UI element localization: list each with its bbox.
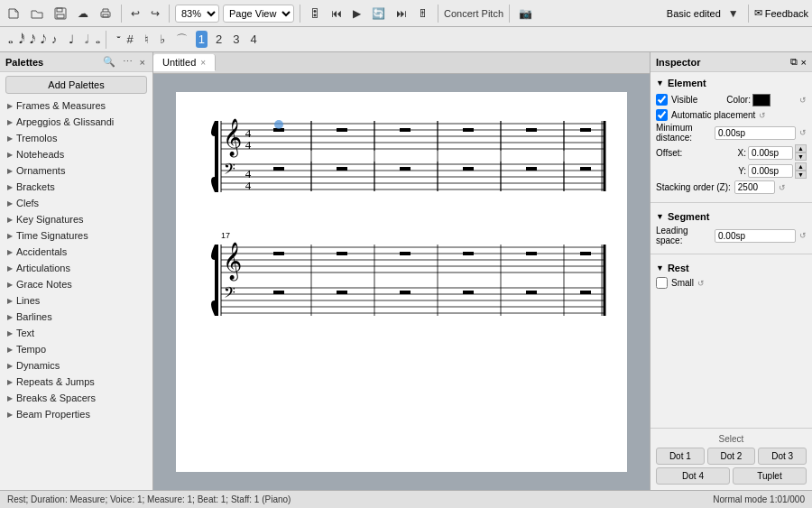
small-reset[interactable]: ↺ (697, 279, 705, 288)
mixer-button[interactable]: 🎛 (306, 5, 324, 22)
rewind-button[interactable]: ⏮ (328, 5, 346, 22)
stacking-input[interactable] (734, 180, 775, 194)
tuplet-button[interactable]: Tuplet (733, 467, 807, 485)
mixer2-button[interactable]: 🎚 (414, 5, 432, 22)
zoom-select[interactable]: 83% (175, 5, 219, 23)
dot4-button[interactable]: Dot 4 (656, 467, 730, 485)
offset-x-input[interactable] (748, 146, 793, 160)
voice1-button[interactable]: 1 (196, 31, 208, 48)
palette-item-dynamics[interactable]: ▶Dynamics (0, 357, 152, 374)
step-play-button[interactable]: ⏭ (392, 5, 411, 22)
note-32nd-button[interactable]: 𝅘𝅥𝅯 (27, 31, 32, 49)
note-8th-button[interactable]: ♪ (49, 31, 60, 48)
score-area[interactable]: 𝄞 𝄢 4 4 4 4 (153, 74, 650, 490)
play-button[interactable]: ▶ (349, 5, 364, 22)
inspector-detach-button[interactable]: ⧉ (790, 56, 798, 68)
offset-y-up[interactable]: ▲ (795, 162, 807, 171)
svg-rect-46 (273, 167, 284, 171)
palette-item-breaks-&-spacers[interactable]: ▶Breaks & Spacers (0, 390, 152, 406)
voice2-button[interactable]: 2 (213, 31, 225, 48)
rest-button[interactable]: 𝄻 (114, 31, 119, 49)
natural-button[interactable]: ♮ (142, 31, 152, 48)
segment-section-header[interactable]: ▼ Segment (656, 209, 807, 224)
palette-item-beam-properties[interactable]: ▶Beam Properties (0, 406, 152, 422)
note-half-button[interactable]: 𝅗𝅥 (82, 31, 88, 49)
min-distance-reset[interactable]: ↺ (799, 128, 807, 137)
offset-x-down[interactable]: ▼ (795, 152, 807, 161)
note-quarter-button[interactable]: ♩ (66, 31, 77, 48)
palette-item-barlines[interactable]: ▶Barlines (0, 309, 152, 325)
palette-item-tempo[interactable]: ▶Tempo (0, 341, 152, 357)
rest-arrow: ▼ (656, 263, 664, 272)
palette-item-lines[interactable]: ▶Lines (0, 292, 152, 309)
note-input-button[interactable]: 𝅝 (5, 30, 11, 49)
voice3-button[interactable]: 3 (230, 31, 242, 48)
tie-button[interactable]: ⌒ (173, 30, 190, 50)
sharp-button[interactable]: # (125, 31, 136, 48)
new-button[interactable] (4, 5, 23, 22)
inspector-controls: ⧉ × (790, 56, 807, 68)
dot1-button[interactable]: Dot 1 (656, 448, 705, 465)
feedback-button[interactable]: ✉ Feedback (754, 7, 808, 19)
stacking-reset[interactable]: ↺ (779, 183, 786, 192)
rest-section-header[interactable]: ▼ Rest (656, 261, 807, 275)
palette-arrow: ▶ (7, 216, 13, 224)
settings-expand-button[interactable]: ▼ (724, 5, 743, 22)
min-distance-input[interactable] (715, 126, 796, 140)
palette-item-clefs[interactable]: ▶Clefs (0, 195, 152, 211)
palette-item-arpeggios-&-glissandi[interactable]: ▶Arpeggios & Glissandi (0, 114, 152, 130)
element-section-header[interactable]: ▼ Element (656, 76, 807, 90)
palette-item-accidentals[interactable]: ▶Accidentals (0, 244, 152, 260)
note-64th-button[interactable]: 𝅘𝅥𝅰 (16, 31, 22, 49)
palette-item-tremolos[interactable]: ▶Tremolos (0, 130, 152, 146)
visible-checkbox[interactable] (656, 94, 668, 106)
palette-item-label: Frames & Measures (16, 100, 106, 111)
dot3-button[interactable]: Dot 3 (758, 448, 807, 465)
open-button[interactable] (27, 5, 47, 22)
redo-button[interactable]: ↪ (147, 5, 163, 22)
dot2-button[interactable]: Dot 2 (707, 448, 756, 465)
palette-item-label: Time Signatures (16, 230, 88, 241)
note-16th-button[interactable]: 𝅘𝅥𝅮 (38, 31, 43, 49)
palette-item-frames-&-measures[interactable]: ▶Frames & Measures (0, 97, 152, 114)
palette-arrow: ▶ (7, 346, 13, 354)
print-button[interactable] (96, 5, 115, 22)
note-whole-button[interactable]: 𝅝 (93, 31, 98, 49)
palettes-close-button[interactable]: × (138, 56, 147, 68)
palette-item-repeats-&-jumps[interactable]: ▶Repeats & Jumps (0, 374, 152, 390)
visible-row: Visible Color: ↺ (656, 92, 807, 107)
palette-item-time-signatures[interactable]: ▶Time Signatures (0, 227, 152, 244)
auto-placement-checkbox[interactable] (656, 109, 668, 121)
palette-item-brackets[interactable]: ▶Brackets (0, 179, 152, 195)
leading-reset[interactable]: ↺ (799, 231, 807, 240)
cloud-button[interactable]: ☁ (74, 5, 92, 22)
flat-button[interactable]: ♭ (157, 31, 168, 48)
palettes-search-button[interactable]: 🔍 (101, 56, 117, 68)
auto-placement-reset[interactable]: ↺ (759, 111, 766, 120)
offset-y-input[interactable] (748, 164, 793, 178)
palette-item-ornaments[interactable]: ▶Ornaments (0, 162, 152, 179)
palette-item-grace-notes[interactable]: ▶Grace Notes (0, 276, 152, 292)
leading-space-input[interactable] (715, 229, 796, 243)
offset-x-up[interactable]: ▲ (795, 144, 807, 152)
photo-button[interactable]: 📷 (515, 5, 536, 22)
palette-item-articulations[interactable]: ▶Articulations (0, 260, 152, 276)
loop-button[interactable]: 🔄 (368, 5, 389, 22)
palette-item-noteheads[interactable]: ▶Noteheads (0, 146, 152, 162)
palette-item-key-signatures[interactable]: ▶Key Signatures (0, 211, 152, 227)
voice4-button[interactable]: 4 (247, 31, 259, 48)
palette-arrow: ▶ (7, 264, 13, 272)
offset-y-down[interactable]: ▼ (795, 171, 807, 179)
view-mode-select[interactable]: Page View (223, 5, 294, 23)
palettes-menu-button[interactable]: ⋯ (121, 56, 134, 68)
visible-reset[interactable]: ↺ (799, 96, 807, 105)
add-palettes-button[interactable]: Add Palettes (5, 76, 147, 94)
color-swatch[interactable] (752, 94, 770, 106)
undo-button[interactable]: ↩ (127, 5, 143, 22)
inspector-close-button[interactable]: × (801, 56, 807, 68)
save-button[interactable] (51, 5, 70, 22)
palette-item-text[interactable]: ▶Text (0, 325, 152, 341)
tab-untitled[interactable]: Untitled × (153, 54, 216, 71)
small-checkbox[interactable] (656, 277, 668, 289)
tab-close-button[interactable]: × (200, 58, 206, 68)
